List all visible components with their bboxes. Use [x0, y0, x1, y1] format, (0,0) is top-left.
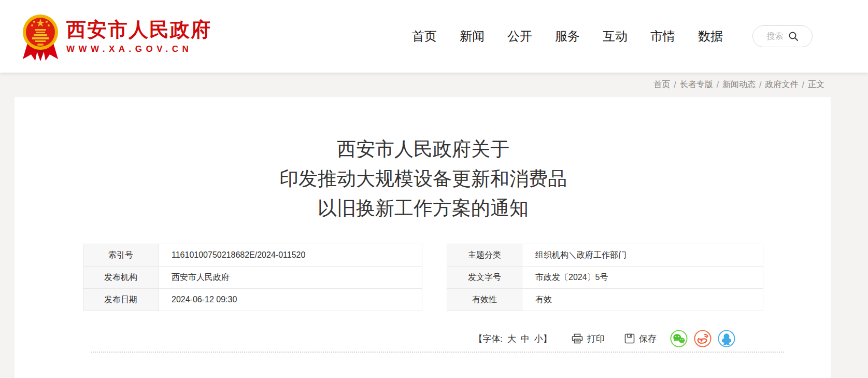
print-label: 打印 [587, 333, 605, 345]
font-size-prefix: 【字体: [474, 333, 503, 345]
national-emblem-icon [22, 10, 59, 62]
print-button[interactable]: 打印 [572, 333, 605, 345]
title-line-1: 西安市人民政府关于 [77, 134, 770, 164]
share-weibo-icon[interactable] [694, 330, 712, 347]
breadcrumb-separator: / [802, 80, 804, 90]
meta-value-issuer: 西安市人民政府 [159, 267, 422, 289]
meta-label-index: 索引号 [83, 244, 159, 267]
meta-value-topic: 组织机构＼政府工作部门 [522, 244, 763, 267]
table-row: 发布机构 西安市人民政府 [83, 267, 422, 289]
breadcrumb-separator: / [674, 80, 676, 90]
meta-value-date: 2024-06-12 09:30 [159, 289, 422, 311]
search-icon[interactable] [788, 31, 799, 41]
share-wechat-icon[interactable] [670, 330, 688, 347]
table-row: 有效性 有效 [447, 289, 763, 311]
title-line-3: 以旧换新工作方案的通知 [77, 193, 770, 223]
share-qq-icon[interactable] [718, 330, 735, 347]
search-placeholder: 搜索 [767, 31, 784, 42]
table-row: 主题分类 组织机构＼政府工作部门 [447, 244, 763, 267]
save-floppy-icon [624, 333, 635, 344]
search-box[interactable]: 搜索 [752, 25, 813, 47]
nav-item-public[interactable]: 公开 [507, 28, 532, 45]
breadcrumb-current: 正文 [808, 79, 824, 90]
nav-item-data[interactable]: 数据 [698, 28, 723, 45]
save-button[interactable]: 保存 [624, 333, 657, 345]
meta-label-date: 发布日期 [83, 289, 159, 311]
meta-label-docnum: 发文字号 [447, 267, 522, 289]
breadcrumb-news[interactable]: 新闻动态 [722, 79, 756, 90]
site-name: 西安市人民政府 [66, 18, 211, 41]
breadcrumb: 首页 / 长者专版 / 新闻动态 / 政府文件 / 正文 [0, 73, 868, 97]
document-meta-table: 索引号 11610100750218682E/2024-011520 发布机构 … [83, 244, 763, 311]
table-row: 发布日期 2024-06-12 09:30 [83, 289, 422, 311]
site-header: 西安市人民政府 WWW.XA.GOV.CN 首页 新闻 公开 服务 互动 市情 … [0, 0, 868, 73]
main-nav: 首页 新闻 公开 服务 互动 市情 数据 [412, 28, 723, 45]
breadcrumb-separator: / [717, 80, 719, 90]
document-title: 西安市人民政府关于 印发推动大规模设备更新和消费品 以旧换新工作方案的通知 [77, 134, 770, 223]
nav-item-services[interactable]: 服务 [555, 28, 580, 45]
meta-label-topic: 主题分类 [447, 244, 522, 267]
meta-table-left: 索引号 11610100750218682E/2024-011520 发布机构 … [83, 244, 422, 311]
meta-label-validity: 有效性 [447, 289, 522, 311]
meta-table-right: 主题分类 组织机构＼政府工作部门 发文字号 市政发〔2024〕5号 有效性 有效 [447, 244, 763, 311]
nav-item-home[interactable]: 首页 [412, 28, 437, 45]
nav-item-news[interactable]: 新闻 [460, 28, 485, 45]
nav-item-cityinfo[interactable]: 市情 [650, 28, 675, 45]
article-card: 西安市人民政府关于 印发推动大规模设备更新和消费品 以旧换新工作方案的通知 索引… [15, 97, 831, 378]
breadcrumb-separator: / [759, 80, 761, 90]
printer-icon [572, 333, 583, 344]
content-divider [91, 352, 784, 353]
font-size-large-button[interactable]: 大 [507, 333, 516, 345]
meta-value-index: 11610100750218682E/2024-011520 [159, 244, 422, 267]
table-row: 索引号 11610100750218682E/2024-011520 [83, 244, 422, 267]
nav-item-interact[interactable]: 互动 [603, 28, 628, 45]
meta-value-docnum: 市政发〔2024〕5号 [522, 267, 763, 289]
meta-label-issuer: 发布机构 [83, 267, 159, 289]
font-size-medium-button[interactable]: 中 [521, 333, 530, 345]
title-line-2: 印发推动大规模设备更新和消费品 [77, 164, 770, 193]
font-size-suffix: 】 [543, 333, 552, 345]
save-label: 保存 [639, 333, 657, 345]
font-size-control: 【字体: 大 中 小 】 [474, 333, 552, 345]
breadcrumb-home[interactable]: 首页 [653, 79, 670, 90]
meta-value-validity: 有效 [522, 289, 763, 311]
site-logo[interactable]: 西安市人民政府 WWW.XA.GOV.CN [22, 10, 211, 62]
breadcrumb-govdocs[interactable]: 政府文件 [765, 79, 799, 90]
logo-text: 西安市人民政府 WWW.XA.GOV.CN [66, 18, 211, 54]
table-row: 发文字号 市政发〔2024〕5号 [447, 267, 763, 289]
article-toolbar: 【字体: 大 中 小 】 打印 [83, 330, 763, 347]
site-url: WWW.XA.GOV.CN [66, 44, 211, 54]
breadcrumb-elder[interactable]: 长者专版 [680, 79, 713, 90]
font-size-small-button[interactable]: 小 [534, 333, 543, 345]
